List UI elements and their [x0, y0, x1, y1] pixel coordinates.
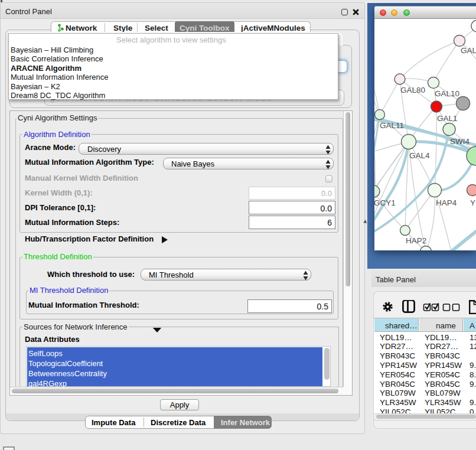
svg-text:Y: Y — [470, 198, 475, 207]
svg-text:HAP4: HAP4 — [436, 198, 457, 207]
svg-text:GCY1: GCY1 — [374, 198, 396, 207]
svg-text:GAL7: GAL7 — [461, 46, 476, 55]
svg-text:SWI4: SWI4 — [450, 137, 470, 146]
svg-text:GAL11: GAL11 — [380, 121, 404, 130]
svg-text:GAL1: GAL1 — [437, 114, 458, 123]
svg-text:HAP2: HAP2 — [406, 236, 426, 245]
svg-text:GAL4: GAL4 — [409, 151, 430, 160]
svg-text:GAL10: GAL10 — [435, 89, 459, 98]
svg-text:GAL80: GAL80 — [400, 86, 425, 94]
